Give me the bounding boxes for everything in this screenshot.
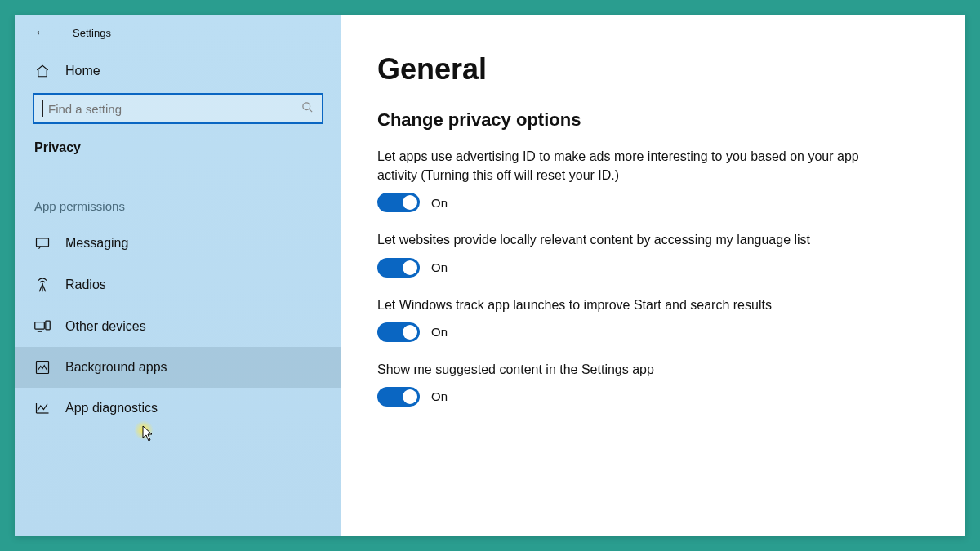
settings-window: ← Settings Home Privacy App permissions [15,15,965,536]
option-advertising-id: Let apps use advertising ID to make ads … [377,147,923,212]
toggle-app-launches[interactable] [377,322,420,342]
section-heading: Change privacy options [377,109,923,131]
toggle-knob [403,260,417,275]
toggle-suggested-content[interactable] [377,387,420,407]
toggle-state-label: On [431,196,448,210]
option-desc: Let websites provide locally relevant co… [377,230,875,249]
svg-rect-4 [35,322,45,329]
sidebar-item-label: Messaging [65,236,128,251]
toggle-state-label: On [431,325,448,339]
option-app-launches: Let Windows track app launches to improv… [377,295,923,342]
toggle-state-label: On [431,389,448,403]
content-pane: General Change privacy options Let apps … [341,15,965,536]
svg-point-0 [303,103,310,110]
sidebar-item-background-apps[interactable]: Background apps [15,347,341,388]
option-desc: Show me suggested content in the Setting… [377,360,875,379]
sidebar-item-other-devices[interactable]: Other devices [15,306,341,347]
sidebar-item-home[interactable]: Home [15,52,341,90]
toggle-knob [403,195,417,210]
toggle-advertising-id[interactable] [377,193,420,212]
option-suggested-content: Show me suggested content in the Setting… [377,360,923,407]
option-desc: Let apps use advertising ID to make ads … [377,147,875,184]
app-diagnostics-icon [34,402,51,415]
window-title: Settings [73,27,111,39]
toggle-state-label: On [431,260,448,274]
option-desc: Let Windows track app launches to improv… [377,295,875,314]
option-language-list: Let websites provide locally relevant co… [377,230,923,277]
text-caret [42,100,43,117]
sidebar-group-app-permissions: App permissions [15,171,341,223]
search-box[interactable] [33,93,323,124]
sidebar-item-radios[interactable]: Radios [15,264,341,306]
sidebar-item-messaging[interactable]: Messaging [15,223,341,264]
back-icon[interactable]: ← [34,24,48,41]
sidebar-item-label: Radios [65,278,106,292]
sidebar: ← Settings Home Privacy App permissions [15,15,341,536]
search-icon [301,101,314,116]
sidebar-item-label: Background apps [65,360,167,375]
svg-rect-6 [46,321,50,330]
svg-line-1 [309,109,312,112]
search-input[interactable] [48,102,296,116]
messaging-icon [34,237,51,250]
radios-icon [34,277,51,293]
home-icon [34,64,51,78]
background-apps-icon [34,360,51,375]
toggle-language-list[interactable] [377,258,420,278]
home-label: Home [65,64,100,78]
sidebar-item-label: App diagnostics [65,401,158,415]
sidebar-item-label: Other devices [65,319,146,334]
titlebar: ← Settings [15,20,341,52]
toggle-knob [403,325,417,340]
sidebar-section-privacy: Privacy [15,137,341,171]
sidebar-item-app-diagnostics[interactable]: App diagnostics [15,388,341,429]
other-devices-icon [34,320,51,333]
svg-rect-7 [37,362,49,374]
svg-rect-2 [37,238,49,247]
page-title: General [377,52,923,87]
search-container [15,90,341,137]
toggle-knob [403,389,417,404]
